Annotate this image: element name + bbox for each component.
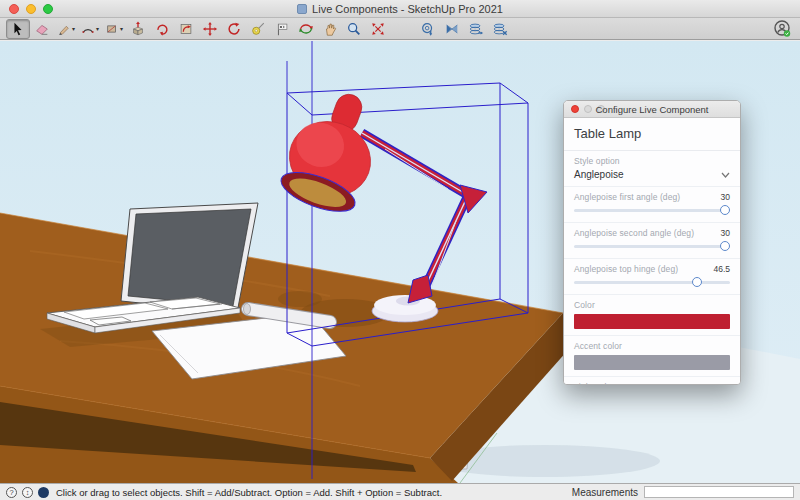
lc-flip-icon [444, 21, 460, 37]
measurements-label: Measurements [572, 487, 638, 498]
follow-me-tool-button[interactable] [150, 19, 174, 39]
color-label: Light color [574, 382, 730, 385]
color-label: Color [574, 300, 730, 310]
shapes-dropdown-caret[interactable]: ▾ [120, 26, 123, 32]
slider-row-first-angle: Anglepoise first angle (deg) 30 [564, 187, 740, 223]
window-title: Live Components - SketchUp Pro 2021 [312, 3, 503, 15]
main-toolbar: ▾ ▾ ▾ [0, 18, 800, 40]
style-option-value: Anglepoise [574, 169, 623, 180]
follow-me-icon [154, 21, 170, 37]
eraser-icon [34, 21, 50, 37]
orbit-tool-button[interactable] [294, 19, 318, 39]
color-swatch[interactable] [574, 355, 730, 370]
slider-row-second-angle: Anglepoise second angle (deg) 30 [564, 223, 740, 259]
live-component-download-button[interactable] [416, 19, 440, 39]
live-component-flip-button[interactable] [440, 19, 464, 39]
lc-layers-remove-icon [492, 21, 508, 37]
style-option-row: Style option Anglepoise [564, 151, 740, 187]
shapes-tool-button[interactable]: ▾ [102, 19, 126, 39]
arc-dropdown-caret[interactable]: ▾ [96, 26, 99, 32]
select-arrow-icon [10, 21, 26, 37]
live-component-layers-forward-button[interactable] [464, 19, 488, 39]
live-component-layers-remove-button[interactable] [488, 19, 512, 39]
pencil-icon [57, 22, 71, 36]
line-tool-button[interactable]: ▾ [54, 19, 78, 39]
slider-track[interactable] [574, 281, 730, 284]
rectangle-icon [105, 22, 119, 36]
zoom-extents-icon [370, 21, 386, 37]
move-icon [202, 21, 218, 37]
account-button[interactable] [772, 19, 792, 39]
color-swatch[interactable] [574, 314, 730, 329]
orbit-icon [298, 21, 314, 37]
offset-tool-button[interactable] [174, 19, 198, 39]
slider-track[interactable] [574, 245, 730, 248]
geolocation-icon[interactable]: ↕ [22, 487, 33, 498]
slider-handle[interactable] [720, 205, 730, 215]
line-dropdown-caret[interactable]: ▾ [72, 26, 75, 32]
color-row-light: Light color [564, 377, 740, 385]
sketchup-window: Live Components - SketchUp Pro 2021 ▾ ▾ … [0, 0, 800, 500]
status-hint-text: Click or drag to select objects. Shift =… [56, 487, 442, 498]
status-circle-icon[interactable] [38, 487, 49, 498]
slider-label: Anglepoise top hinge (deg) [574, 264, 678, 274]
arc-icon [81, 22, 95, 36]
slider-row-top-hinge: Anglepoise top hinge (deg) 46.5 [564, 259, 740, 295]
zoom-tool-button[interactable] [342, 19, 366, 39]
arc-tool-button[interactable]: ▾ [78, 19, 102, 39]
style-option-label: Style option [574, 156, 730, 166]
zoom-extents-tool-button[interactable] [366, 19, 390, 39]
component-name: Table Lamp [564, 118, 740, 151]
rotate-icon [226, 21, 242, 37]
status-bar: ? ↕ Click or drag to select objects. Shi… [0, 483, 800, 500]
account-icon [772, 19, 792, 39]
panel-titlebar: Configure Live Component [564, 101, 740, 118]
window-titlebar: Live Components - SketchUp Pro 2021 [0, 0, 800, 18]
slider-handle[interactable] [692, 277, 702, 287]
tape-measure-tool-button[interactable] [246, 19, 270, 39]
style-option-dropdown[interactable]: Anglepoise [574, 169, 730, 180]
lc-download-icon [420, 21, 436, 37]
eraser-tool-button[interactable] [30, 19, 54, 39]
color-row-accent: Accent color [564, 336, 740, 377]
laptop-screen [128, 209, 251, 306]
lc-layers-forward-icon [468, 21, 484, 37]
slider-handle[interactable] [720, 241, 730, 251]
slider-label: Anglepoise second angle (deg) [574, 228, 694, 238]
window-title-wrap: Live Components - SketchUp Pro 2021 [0, 3, 800, 15]
slider-label: Anglepoise first angle (deg) [574, 192, 680, 202]
measurements-input[interactable] [644, 486, 794, 498]
select-tool-button[interactable] [6, 19, 30, 39]
document-proxy-icon [297, 4, 307, 14]
color-row-main: Color [564, 295, 740, 336]
push-pull-tool-button[interactable] [126, 19, 150, 39]
tape-measure-icon [250, 21, 266, 37]
push-pull-icon [130, 21, 146, 37]
slider-value: 46.5 [713, 264, 730, 274]
text-icon [274, 21, 290, 37]
configure-live-component-panel: Configure Live Component Table Lamp Styl… [563, 100, 741, 385]
move-tool-button[interactable] [198, 19, 222, 39]
slider-track[interactable] [574, 209, 730, 212]
text-tool-button[interactable] [270, 19, 294, 39]
zoom-magnifier-icon [346, 21, 362, 37]
offset-icon [178, 21, 194, 37]
pan-tool-button[interactable] [318, 19, 342, 39]
panel-title: Configure Live Component [564, 104, 740, 115]
chevron-down-icon [721, 172, 730, 178]
rotate-tool-button[interactable] [222, 19, 246, 39]
slider-value: 30 [721, 192, 730, 202]
help-icon[interactable]: ? [6, 487, 17, 498]
color-label: Accent color [574, 341, 730, 351]
slider-value: 30 [721, 228, 730, 238]
pan-hand-icon [322, 21, 338, 37]
